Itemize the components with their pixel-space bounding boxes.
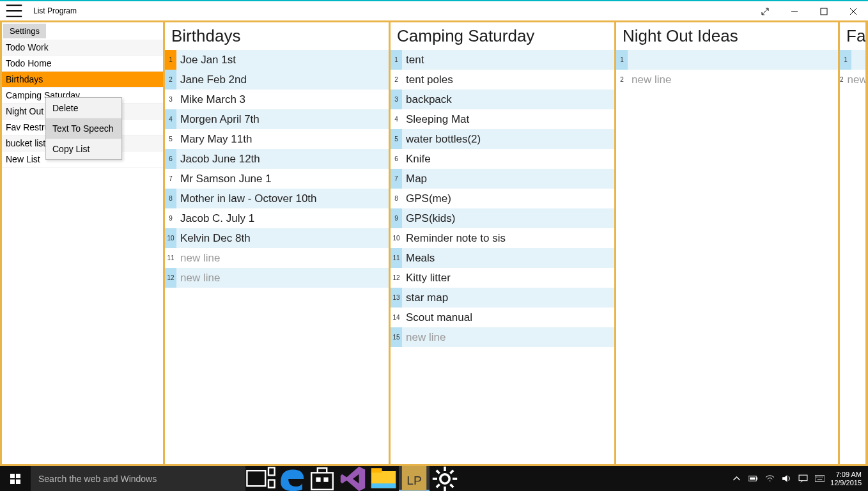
context-text-to-speech[interactable]: Text To Speech: [46, 118, 121, 139]
taskbar-clock[interactable]: 7:09 AM 12/9/2015: [830, 471, 864, 487]
clock-time: 7:09 AM: [830, 471, 862, 479]
wifi-icon[interactable]: [764, 473, 775, 485]
battery-icon[interactable]: [747, 473, 759, 485]
edge-icon[interactable]: [276, 466, 307, 491]
list-column-fav-restaurants: Fav Restrurants 1 2new line: [840, 22, 865, 464]
svg-rect-2: [16, 474, 20, 478]
store-icon[interactable]: [307, 466, 337, 491]
list-row[interactable]: 9GPS(kids): [391, 208, 614, 228]
system-tray: 7:09 AM 12/9/2015: [731, 466, 868, 491]
list-row[interactable]: 6Jacob June 12th: [165, 149, 389, 169]
list-row[interactable]: 5water bottles(2): [391, 129, 614, 149]
hamburger-icon[interactable]: [5, 2, 23, 20]
svg-rect-27: [822, 477, 823, 478]
close-button[interactable]: [839, 1, 868, 22]
svg-rect-13: [371, 483, 396, 488]
svg-rect-10: [323, 477, 328, 481]
list-title: Camping Saturday: [391, 22, 614, 50]
list-row[interactable]: 2Jane Feb 2nd: [165, 70, 389, 90]
svg-rect-21: [815, 476, 825, 481]
list-row[interactable]: 4Sleeping Mat: [391, 109, 614, 129]
svg-rect-7: [268, 480, 275, 488]
list-title: Fav Restrurants: [840, 22, 865, 50]
keyboard-icon[interactable]: [814, 473, 825, 485]
svg-text:LP: LP: [407, 473, 421, 487]
svg-rect-23: [817, 477, 818, 478]
sidebar-item-todo-home[interactable]: Todo Home: [2, 56, 163, 72]
svg-rect-0: [821, 8, 827, 15]
list-row-new[interactable]: 12new line: [165, 268, 389, 288]
list-row[interactable]: 3Mike March 3: [165, 90, 389, 109]
sidebar-item-todo-work[interactable]: Todo Work: [2, 40, 163, 56]
settings-button[interactable]: Settings: [3, 24, 46, 38]
list-row-new[interactable]: 2new line: [840, 70, 865, 90]
context-copy-list[interactable]: Copy List: [46, 139, 121, 159]
list-column-birthdays: Birthdays 1Joe Jan 1st 2Jane Feb 2nd 3Mi…: [165, 22, 389, 464]
context-menu: Delete Text To Speech Copy List: [45, 97, 122, 160]
list-row[interactable]: 12Kitty litter: [391, 268, 614, 288]
list-row[interactable]: 1: [616, 50, 838, 70]
list-row[interactable]: 13star map: [391, 288, 614, 308]
taskbar-search[interactable]: Search the web and Windows: [31, 466, 245, 491]
list-program-taskbar-icon[interactable]: LP: [399, 466, 430, 491]
svg-rect-12: [371, 468, 382, 472]
svg-rect-28: [817, 479, 822, 479]
search-placeholder: Search the web and Windows: [38, 474, 157, 484]
action-center-icon[interactable]: [797, 473, 809, 485]
volume-icon[interactable]: [780, 473, 792, 485]
list-row[interactable]: 5Mary May 11th: [165, 129, 389, 149]
svg-rect-20: [799, 475, 807, 481]
window-title: List Program: [33, 6, 77, 15]
clock-date: 12/9/2015: [830, 479, 862, 487]
list-row[interactable]: 6Knife: [391, 149, 614, 169]
maximize-button[interactable]: [809, 1, 839, 22]
list-row[interactable]: 7Map: [391, 169, 614, 189]
list-row-new[interactable]: 15new line: [391, 327, 614, 347]
list-row-new[interactable]: 2new line: [616, 70, 838, 90]
list-row[interactable]: 11Meals: [391, 248, 614, 268]
list-row[interactable]: 14Scout manual: [391, 308, 614, 327]
list-column-camping: Camping Saturday 1tent 2tent poles 3back…: [391, 22, 614, 464]
task-view-icon[interactable]: [245, 466, 276, 491]
list-column-night-out: Night Out Ideas 1 2new line: [616, 22, 838, 464]
settings-gear-icon[interactable]: [430, 466, 460, 491]
svg-rect-1: [10, 474, 15, 478]
svg-rect-24: [818, 477, 819, 478]
titlebar: List Program: [0, 0, 868, 20]
svg-rect-5: [247, 471, 265, 486]
svg-rect-8: [311, 472, 333, 489]
list-row[interactable]: 7Mr Samson June 1: [165, 169, 389, 189]
svg-rect-18: [756, 478, 757, 480]
expand-icon[interactable]: [750, 1, 780, 22]
list-row[interactable]: 10Kelvin Dec 8th: [165, 228, 389, 248]
list-row[interactable]: 1tent: [391, 50, 614, 70]
tray-chevron-icon[interactable]: [731, 473, 742, 485]
taskbar: Search the web and Windows LP: [0, 466, 868, 491]
visual-studio-icon[interactable]: [337, 466, 368, 491]
list-row[interactable]: 9Jacob C. July 1: [165, 208, 389, 228]
svg-rect-3: [10, 479, 15, 484]
minimize-button[interactable]: [780, 1, 809, 22]
list-row[interactable]: 4Morgen April 7th: [165, 109, 389, 129]
sidebar-item-birthdays[interactable]: Birthdays: [2, 72, 163, 88]
svg-rect-22: [816, 477, 816, 478]
list-row[interactable]: 1Joe Jan 1st: [165, 50, 389, 70]
svg-rect-6: [268, 468, 275, 476]
svg-rect-19: [749, 478, 754, 480]
start-button[interactable]: [0, 466, 31, 491]
list-row[interactable]: 3backpack: [391, 90, 614, 109]
svg-point-16: [440, 474, 449, 483]
list-row[interactable]: 10Reminder note to sis: [391, 228, 614, 248]
svg-rect-9: [316, 477, 320, 481]
list-row[interactable]: 8GPS(me): [391, 189, 614, 208]
context-delete[interactable]: Delete: [46, 98, 121, 118]
svg-rect-26: [821, 477, 821, 478]
list-row[interactable]: 2tent poles: [391, 70, 614, 90]
list-row[interactable]: 8Mother in law - Octover 10th: [165, 189, 389, 208]
file-explorer-icon[interactable]: [368, 466, 399, 491]
svg-rect-4: [16, 479, 20, 484]
list-row-new[interactable]: 11new line: [165, 248, 389, 268]
list-row[interactable]: 1: [840, 50, 865, 70]
svg-rect-25: [819, 477, 820, 478]
sidebar: Settings Todo Work Todo Home Birthdays C…: [2, 22, 163, 464]
